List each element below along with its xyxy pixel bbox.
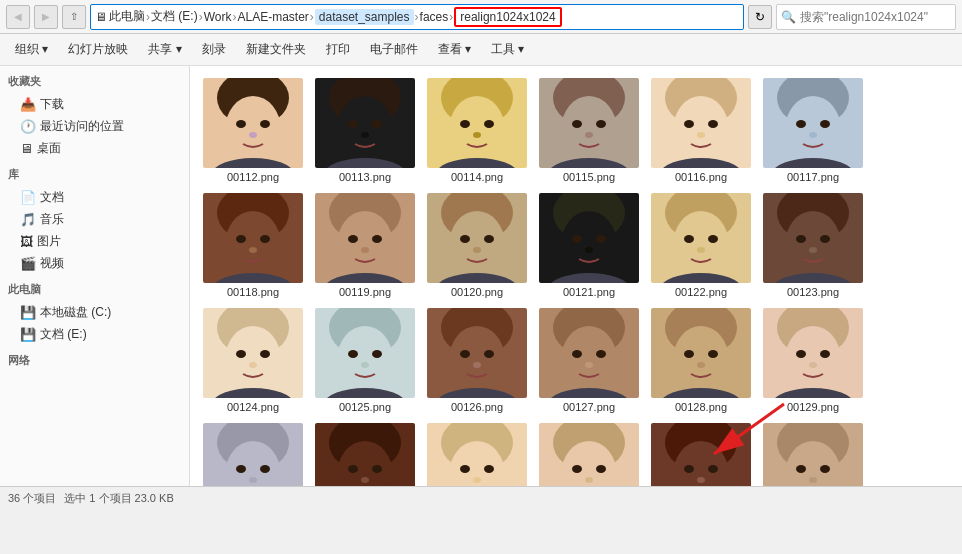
breadcrumb-realign[interactable]: realign1024x1024 <box>454 7 561 27</box>
sidebar-item-music[interactable]: 🎵 音乐 <box>0 208 189 230</box>
image-item-00133-png[interactable]: 00133.png <box>534 419 644 486</box>
breadcrumb[interactable]: 🖥 此电脑 › 文档 (E:) › Work › ALAE-master › d… <box>90 4 744 30</box>
search-input[interactable] <box>800 10 940 24</box>
image-item-00116-png[interactable]: 00116.png <box>646 74 756 187</box>
image-item-00134-png[interactable]: 00134.png <box>646 419 756 486</box>
svg-point-84 <box>708 235 718 243</box>
view-button[interactable]: 查看 ▾ <box>429 38 480 62</box>
breadcrumb-thispc[interactable]: 🖥 此电脑 <box>95 8 145 25</box>
image-grid-wrapper: 00112.png00113.png00114.png00115.png0011… <box>194 74 958 486</box>
image-item-00121-png[interactable]: 00121.png <box>534 189 644 302</box>
svg-point-106 <box>337 326 393 394</box>
new-folder-button[interactable]: 新建文件夹 <box>237 38 315 62</box>
image-item-00113-png[interactable]: 00113.png <box>310 74 420 187</box>
image-item-00131-png[interactable]: 00131.png <box>310 419 420 486</box>
image-item-00130-png[interactable]: 00130.png <box>198 419 308 486</box>
svg-point-85 <box>697 247 705 253</box>
image-item-00135-png[interactable]: 00135.png <box>758 419 868 486</box>
image-item-00120-png[interactable]: 00120.png <box>422 189 532 302</box>
image-item-00129-png[interactable]: 00129.png <box>758 304 868 417</box>
image-item-00115-png[interactable]: 00115.png <box>534 74 644 187</box>
image-label: 00115.png <box>563 171 615 183</box>
breadcrumb-docs[interactable]: 文档 (E:) <box>151 8 198 25</box>
image-item-00118-png[interactable]: 00118.png <box>198 189 308 302</box>
svg-point-36 <box>708 120 718 128</box>
image-item-00128-png[interactable]: 00128.png <box>646 304 756 417</box>
svg-point-74 <box>561 211 617 279</box>
svg-point-21 <box>473 132 481 138</box>
svg-point-66 <box>449 211 505 279</box>
email-button[interactable]: 电子邮件 <box>361 38 427 62</box>
svg-point-189 <box>809 477 817 483</box>
svg-point-83 <box>684 235 694 243</box>
svg-point-59 <box>348 235 358 243</box>
image-item-00123-png[interactable]: 00123.png <box>758 189 868 302</box>
svg-point-90 <box>785 211 841 279</box>
image-thumb <box>315 423 415 486</box>
status-bar: 36 个项目 选中 1 个项目 23.0 KB <box>0 486 962 510</box>
sidebar-item-local-c[interactable]: 💾 本地磁盘 (C:) <box>0 301 189 323</box>
sidebar-item-recent[interactable]: 🕐 最近访问的位置 <box>0 115 189 137</box>
image-thumb <box>203 193 303 283</box>
breadcrumb-faces[interactable]: faces <box>420 10 449 24</box>
organize-button[interactable]: 组织 ▾ <box>6 38 57 62</box>
items-count: 36 个项目 <box>8 491 56 506</box>
image-item-00114-png[interactable]: 00114.png <box>422 74 532 187</box>
print-button[interactable]: 打印 <box>317 38 359 62</box>
image-item-00112-png[interactable]: 00112.png <box>198 74 308 187</box>
breadcrumb-dataset[interactable]: dataset_samples <box>315 9 414 25</box>
disk-icon: 💾 <box>20 305 36 320</box>
svg-point-29 <box>585 132 593 138</box>
svg-point-180 <box>708 465 718 473</box>
sidebar-item-videos[interactable]: 🎬 视频 <box>0 252 189 274</box>
svg-point-132 <box>708 350 718 358</box>
svg-point-12 <box>372 120 382 128</box>
image-item-00125-png[interactable]: 00125.png <box>310 304 420 417</box>
window-container: ◀ ▶ ⇧ 🖥 此电脑 › 文档 (E:) › Work › ALAE-mast… <box>0 0 962 554</box>
up-button[interactable]: ⇧ <box>62 5 86 29</box>
svg-point-42 <box>785 96 841 164</box>
image-thumb <box>539 423 639 486</box>
sidebar-item-downloads[interactable]: 📥 下载 <box>0 93 189 115</box>
breadcrumb-alae[interactable]: ALAE-master <box>237 10 308 24</box>
svg-point-18 <box>449 96 505 164</box>
svg-point-124 <box>596 350 606 358</box>
svg-point-2 <box>225 96 281 164</box>
sidebar-item-pictures[interactable]: 🖼 图片 <box>0 230 189 252</box>
svg-point-5 <box>249 132 257 138</box>
disk-e-icon: 💾 <box>20 327 36 342</box>
share-button[interactable]: 共享 ▾ <box>139 38 190 62</box>
svg-point-60 <box>372 235 382 243</box>
tools-button[interactable]: 工具 ▾ <box>482 38 533 62</box>
image-item-00127-png[interactable]: 00127.png <box>534 304 644 417</box>
back-button[interactable]: ◀ <box>6 5 30 29</box>
svg-point-149 <box>249 477 257 483</box>
sidebar-item-local-e[interactable]: 💾 文档 (E:) <box>0 323 189 345</box>
image-label: 00116.png <box>675 171 727 183</box>
search-box[interactable]: 🔍 <box>776 4 956 30</box>
image-thumb <box>427 78 527 168</box>
slideshow-button[interactable]: 幻灯片放映 <box>59 38 137 62</box>
burn-button[interactable]: 刻录 <box>193 38 235 62</box>
svg-point-147 <box>236 465 246 473</box>
sidebar-item-desktop[interactable]: 🖥 桌面 <box>0 137 189 159</box>
image-item-00124-png[interactable]: 00124.png <box>198 304 308 417</box>
content-area[interactable]: 00112.png00113.png00114.png00115.png0011… <box>190 66 962 486</box>
svg-point-108 <box>372 350 382 358</box>
image-item-00132-png[interactable]: 00132.png <box>422 419 532 486</box>
image-thumb <box>539 308 639 398</box>
svg-point-139 <box>796 350 806 358</box>
image-item-00119-png[interactable]: 00119.png <box>310 189 420 302</box>
breadcrumb-work[interactable]: Work <box>204 10 232 24</box>
refresh-button[interactable]: ↻ <box>748 5 772 29</box>
sidebar-item-docs[interactable]: 📄 文档 <box>0 186 189 208</box>
forward-button[interactable]: ▶ <box>34 5 58 29</box>
image-item-00117-png[interactable]: 00117.png <box>758 74 868 187</box>
image-item-00126-png[interactable]: 00126.png <box>422 304 532 417</box>
svg-point-131 <box>684 350 694 358</box>
svg-point-109 <box>361 362 369 368</box>
svg-point-91 <box>796 235 806 243</box>
svg-point-188 <box>820 465 830 473</box>
image-item-00122-png[interactable]: 00122.png <box>646 189 756 302</box>
svg-point-93 <box>809 247 817 253</box>
